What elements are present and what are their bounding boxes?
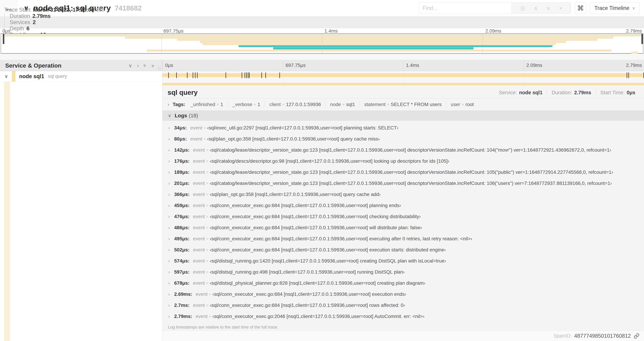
- summary-value: 2: [33, 19, 36, 26]
- tag-equals: =: [462, 102, 464, 107]
- log-expand-icon[interactable]: ›: [168, 192, 174, 197]
- log-expand-icon[interactable]: ›: [168, 269, 174, 275]
- minimap-left-handle[interactable]: [3, 34, 4, 44]
- trace-view-selector[interactable]: Trace Timeline ∨: [590, 3, 640, 14]
- log-field-name: event: [193, 236, 205, 241]
- log-row[interactable]: › 80μs: event = ‹sql/plan_opt.go:358 [ns…: [162, 133, 644, 145]
- span-duration-bar[interactable]: [162, 73, 644, 77]
- next-match-icon[interactable]: ∨: [546, 5, 550, 12]
- find-input[interactable]: [419, 3, 512, 14]
- log-event-tick: [249, 72, 250, 78]
- summary-label: Services: [10, 19, 30, 26]
- log-row[interactable]: › 574μs: event = ‹sql/distsql_running.go…: [162, 255, 644, 266]
- log-row[interactable]: › 459μs: event = ‹sql/conn_executor_exec…: [162, 200, 644, 211]
- log-value: ‹sql/conn_executor_exec.go:684 [nsql1,cl…: [210, 225, 422, 230]
- log-expand-icon[interactable]: ›: [168, 159, 174, 164]
- service-color-accent: [12, 71, 16, 82]
- tags-section[interactable]: › Tags: _unfinished = 1 _verbose = 1 cl: [162, 98, 644, 111]
- tags-expand-icon[interactable]: ›: [168, 102, 169, 107]
- meta-value: node sql1: [519, 90, 542, 96]
- expand-one-icon[interactable]: ›: [137, 63, 139, 69]
- minimap-right-handle[interactable]: [642, 34, 643, 44]
- timeline-ruler: 0μs 697.75μs 1.4ms 2.09ms 2.79ms: [162, 60, 644, 71]
- keyboard-shortcuts-button[interactable]: ⌘: [575, 3, 586, 14]
- log-row[interactable]: › 2.79ms: event = ‹sql/conn_executor_exe…: [162, 311, 644, 322]
- log-expand-icon[interactable]: ›: [168, 136, 174, 142]
- minimap-tick-label: 0μs: [2, 28, 10, 34]
- log-row[interactable]: › 176μs: event = ‹sql/catalog/descs/desc…: [162, 156, 644, 167]
- collapse-all-icon[interactable]: »: [142, 64, 148, 67]
- log-expand-icon[interactable]: ›: [168, 280, 174, 286]
- span-indent-guide: [4, 82, 10, 341]
- log-value: ‹sql/catalog/lease/descriptor_version_st…: [210, 169, 613, 175]
- deep-link-icon[interactable]: [634, 333, 640, 339]
- log-field-name: event: [193, 192, 205, 197]
- log-row[interactable]: › 476μs: event = ‹sql/conn_executor_exec…: [162, 211, 644, 222]
- prev-match-icon[interactable]: ∧: [534, 5, 538, 12]
- log-value: ‹sql/exec_util.go:2297 [nsql1,client=127…: [207, 125, 398, 131]
- log-row[interactable]: › 2.7ms: event = ‹sql/conn_executor_exec…: [162, 300, 644, 311]
- log-row[interactable]: › 678μs: event = ‹sql/distsql_physical_p…: [162, 278, 644, 289]
- tag-key: _verbose: [232, 102, 252, 107]
- log-row[interactable]: › 366μs: event = ‹sql/plan_opt.go:358 [n…: [162, 189, 644, 200]
- span-detail-header: sql query Service: node sql1 Duration: 2…: [162, 87, 644, 98]
- column-resizer[interactable]: ||: [158, 66, 161, 71]
- log-row[interactable]: › 189μs: event = ‹sql/catalog/lease/desc…: [162, 167, 644, 178]
- minimap-span-bar: [202, 43, 556, 45]
- log-value: ‹sql/plan_opt.go:358 [nsql1,client=127.0…: [210, 192, 381, 197]
- log-expand-icon[interactable]: ›: [168, 170, 174, 175]
- log-field-name: event: [193, 158, 205, 164]
- logs-section-header[interactable]: ∨ Logs (18): [162, 111, 644, 121]
- log-row[interactable]: › 34μs: event = ‹sql/exec_util.go:2297 […: [162, 122, 644, 133]
- logs-collapse-icon[interactable]: ∨: [168, 113, 171, 118]
- log-expand-icon[interactable]: ›: [168, 147, 174, 153]
- log-expand-icon[interactable]: ›: [168, 258, 174, 264]
- summary-item: Trace Start March 31 2022, 17:25:09 .326: [4, 7, 110, 13]
- log-equals: =: [206, 270, 208, 274]
- focus-match-icon[interactable]: ◎: [520, 5, 525, 12]
- minimap-span-bar: [147, 50, 612, 52]
- tag-equals: =: [342, 102, 344, 107]
- log-expand-icon[interactable]: ›: [168, 181, 174, 186]
- expand-all-icon[interactable]: »: [151, 63, 154, 69]
- log-row[interactable]: › 495μs: event = ‹sql/conn_executor_exec…: [162, 233, 644, 244]
- service-operation-title: Service & Operation: [5, 62, 62, 69]
- log-expand-icon[interactable]: ›: [168, 225, 174, 230]
- trace-minimap[interactable]: [1, 34, 643, 54]
- logs-count: (18): [189, 113, 198, 119]
- service-operation-header: Service & Operation ∨ › » » ||: [0, 60, 162, 71]
- log-expand-icon[interactable]: ›: [168, 314, 174, 319]
- log-row[interactable]: › 597μs: event = ‹sql/distsql_running.go…: [162, 266, 644, 278]
- log-field-name: event: [196, 314, 208, 319]
- log-row[interactable]: › 201μs: event = ‹sql/catalog/lease/desc…: [162, 178, 644, 189]
- minimap-span-bar: [631, 52, 638, 54]
- log-timestamp: 678μs:: [174, 280, 190, 286]
- log-equals: =: [209, 314, 211, 318]
- log-timestamp: 2.7ms:: [174, 302, 190, 308]
- log-row[interactable]: › 142μs: event = ‹sql/catalog/lease/desc…: [162, 145, 644, 156]
- collapse-one-icon[interactable]: ∨: [128, 63, 132, 69]
- minimap-span-bar: [200, 41, 566, 43]
- meta-item: Service: node sql1: [499, 90, 547, 96]
- log-expand-icon[interactable]: ›: [168, 247, 174, 253]
- span-collapse-icon[interactable]: ∨: [4, 74, 8, 79]
- clear-search-icon[interactable]: ×: [559, 5, 562, 12]
- tag-equals: =: [282, 102, 284, 107]
- log-expand-icon[interactable]: ›: [168, 214, 174, 219]
- log-expand-icon[interactable]: ›: [168, 292, 174, 297]
- log-expand-icon[interactable]: ›: [168, 125, 174, 131]
- span-row-label[interactable]: ∨ node sql1 sql query: [0, 71, 162, 82]
- log-timestamp: 176μs:: [174, 158, 190, 164]
- log-expand-icon[interactable]: ›: [168, 203, 174, 208]
- log-row[interactable]: › 2.69ms: event = ‹sql/conn_executor_exe…: [162, 289, 644, 300]
- log-row[interactable]: › 502μs: event = ‹sql/conn_executor_exec…: [162, 244, 644, 255]
- log-expand-icon[interactable]: ›: [168, 303, 174, 308]
- chevron-down-icon: ∨: [632, 6, 635, 11]
- trace-timeline-body: ∨ node sql1 sql query sql query: [0, 71, 644, 341]
- log-equals: =: [206, 214, 208, 219]
- log-row[interactable]: › 486μs: event = ‹sql/conn_executor_exec…: [162, 222, 644, 233]
- logs-label: Logs: [175, 113, 187, 119]
- log-timestamp: 459μs:: [174, 203, 190, 208]
- log-expand-icon[interactable]: ›: [168, 236, 174, 241]
- selected-span-bar[interactable]: [162, 83, 644, 85]
